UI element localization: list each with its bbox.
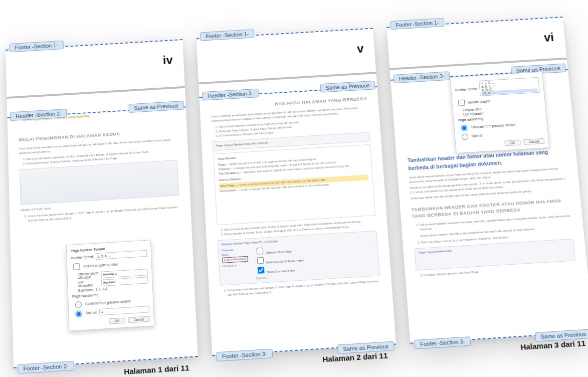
document-page-1: Footer -Section 1- Header -Section 2- Sa…	[5, 39, 198, 368]
label-chapter-starts: Chapter starts with style	[77, 271, 99, 280]
cancel-button[interactable]: Cancel	[128, 316, 149, 323]
tab-footer-section-1[interactable]: Footer -Section 1-	[390, 18, 445, 30]
label-show-doc-text: Show Document Text	[266, 269, 295, 274]
menu-item-page[interactable]: Page	[218, 163, 226, 166]
page-body: Tambahkan header dan footer atau nomor h…	[407, 142, 579, 317]
tab-footer-section-1[interactable]: Footer -Section 1-	[9, 41, 64, 53]
page-divider	[7, 86, 185, 99]
menu-item-column[interactable]: Column	[218, 167, 230, 170]
checkbox-include-chapter[interactable]	[458, 99, 465, 106]
screenshot-ribbon-options	[19, 159, 178, 205]
ok-button[interactable]: OK	[109, 317, 125, 324]
page-body: RAN PADA HALAMAN YANG BERBEDA Untuk memu…	[211, 96, 383, 330]
caption-page-1-of-11: Halaman 1 dari 11	[123, 363, 189, 376]
tab-header-section-3[interactable]: Header -Section 3-	[202, 89, 259, 101]
page-number-roman: v	[356, 42, 364, 55]
document-page-2: Footer -Section 1- Header -Section 3- Sa…	[196, 28, 396, 356]
label-start-at: Start at:	[471, 133, 483, 137]
page-number-roman: vi	[543, 31, 554, 45]
label-number-format: Number format:	[455, 87, 477, 91]
label-chapter-start: Chapter start	[463, 107, 482, 112]
menu-item-next-page[interactable]: Next Page	[220, 183, 235, 187]
ribbon-tabs-text: Page Layout Review View Nitro Pro 10	[216, 141, 268, 147]
checkbox-show-doc-text[interactable]	[257, 266, 264, 273]
radio-start-at[interactable]	[461, 133, 468, 140]
cancel-button[interactable]: Cancel	[523, 138, 544, 145]
menu-item-text-wrapping[interactable]: Text Wrapping	[219, 171, 239, 175]
ribbon-caption: Page Layout References	[418, 249, 452, 254]
label-number-format: Number format:	[71, 255, 94, 260]
checkbox-diff-odd-even[interactable]	[257, 257, 264, 264]
tab-same-as-previous[interactable]: Same as Previous	[320, 81, 375, 93]
label-start-at: Start at:	[85, 310, 97, 315]
radio-continue[interactable]	[75, 301, 82, 308]
menu-item-continuous[interactable]: Continuous	[219, 188, 236, 193]
label-diff-first: Different First Page	[265, 250, 291, 254]
tab-footer-section-1[interactable]: Footer -Section 1-	[200, 29, 254, 41]
radio-start-at[interactable]	[75, 310, 82, 317]
tab-footer-section-3[interactable]: Footer -Section 3-	[216, 349, 273, 361]
dialog-page-number-format: Page Number Format Number format: Includ…	[66, 240, 154, 331]
label-continue: Continue from previous section	[470, 123, 515, 129]
group-navigation: Navigation	[222, 262, 248, 268]
ribbon-navigation: Mailings Review View Nitro Pro 10 Design…	[218, 230, 380, 285]
radio-continue[interactable]	[461, 125, 468, 131]
page-number-roman: iv	[162, 53, 173, 67]
tab-footer-section-2[interactable]: Footer -Section 2-	[18, 361, 74, 374]
tab-footer-section-3[interactable]: Footer -Section 3-	[414, 336, 471, 349]
document-page-3: Footer -Section 1- Header -Section 3- Sa…	[386, 17, 588, 344]
tab-same-as-previous[interactable]: Same as Previous	[128, 101, 184, 113]
ok-button[interactable]: OK	[504, 140, 520, 146]
label-use-separator: Use separator:	[78, 279, 99, 288]
label-continue: Continue from previous section	[85, 299, 131, 305]
label-include-chapter: Include chapter	[468, 99, 490, 104]
dialog-number-format: Number format: 1, 2, 3, … a, b, c, … A, …	[450, 72, 549, 153]
value-examples: 1-1, 1-A	[95, 287, 107, 291]
screenshot-breaks-menu: Page Breaks Page — Mark the point at whi…	[213, 144, 375, 225]
label-examples: Examples:	[78, 288, 93, 292]
checkbox-include-chapter[interactable]	[73, 263, 80, 270]
input-start-at[interactable]	[99, 306, 149, 315]
checkbox-diff-first[interactable]	[256, 247, 263, 254]
label-include-chapter: Include chapter number	[83, 262, 118, 268]
label-use-separator: Use separator	[463, 111, 483, 116]
tab-header-section-3[interactable]: Header -Section 3-	[393, 71, 450, 83]
